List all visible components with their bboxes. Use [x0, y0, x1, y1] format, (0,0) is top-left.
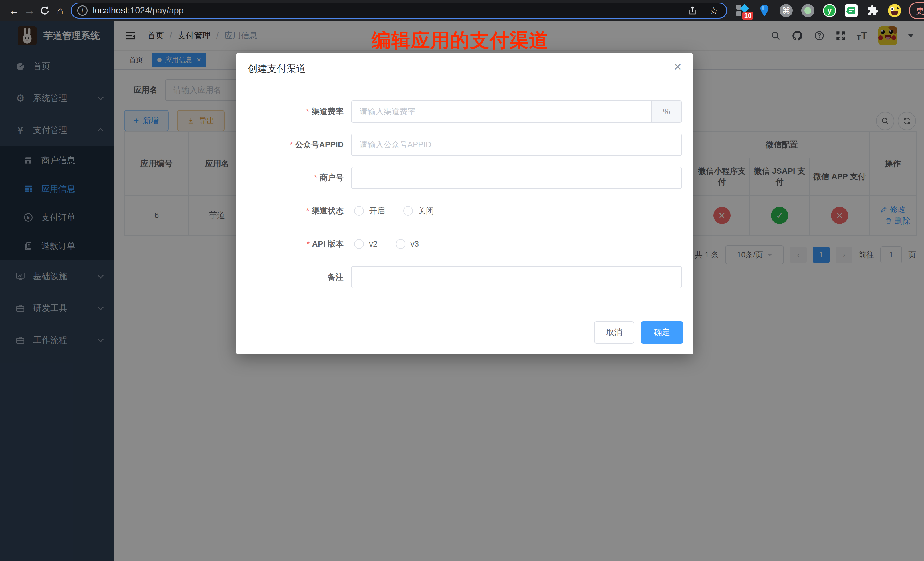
field-label: *公众号APPID: [236, 139, 344, 150]
url-path: :1024/pay/app: [128, 5, 184, 15]
url-bar[interactable]: i localhost:1024/pay/app ☆: [71, 3, 727, 18]
screen: ← → ⌂ i localhost:1024/pay/app ☆: [0, 0, 924, 561]
url-host: localhost: [93, 5, 128, 15]
radio-label: 开启: [369, 206, 385, 216]
annotation-text: 编辑应用的支付渠道: [372, 27, 549, 53]
dialog-title: 创建支付渠道: [248, 62, 306, 75]
browser-update-button[interactable]: 更新: [909, 2, 924, 19]
url-text: localhost:1024/pay/app: [93, 5, 184, 16]
remark-input[interactable]: [352, 267, 681, 288]
radio-status-open[interactable]: 开启: [354, 206, 385, 216]
puzzle-extension-icon[interactable]: [866, 3, 880, 18]
radio-icon: [354, 239, 364, 249]
chat-extension-icon[interactable]: [844, 3, 858, 18]
y-extension-icon[interactable]: y: [822, 3, 837, 18]
bookmark-star-icon[interactable]: ☆: [707, 5, 720, 16]
required-asterisk: *: [290, 140, 293, 149]
field-label: *渠道状态: [236, 206, 344, 216]
pin-extension-icon[interactable]: [758, 3, 772, 18]
form-row-appid: *公众号APPID: [236, 134, 693, 156]
field-label-text: 渠道状态: [312, 206, 344, 215]
radio-icon: [396, 239, 405, 249]
extension-badge: 10: [742, 12, 753, 20]
confirm-button[interactable]: 确定: [641, 321, 683, 344]
field-label: *商户号: [236, 172, 344, 183]
merchant-id-input[interactable]: [352, 167, 681, 188]
command-extension-icon[interactable]: ⌘: [779, 3, 793, 18]
appid-input[interactable]: [352, 134, 681, 155]
radio-label: v2: [369, 239, 378, 249]
field-label-text: 商户号: [320, 173, 344, 182]
required-asterisk: *: [307, 239, 310, 248]
dialog-close-icon[interactable]: ✕: [674, 61, 682, 73]
radio-api-v2[interactable]: v2: [354, 239, 378, 249]
required-asterisk: *: [314, 173, 317, 182]
emoji-extension-icon[interactable]: [888, 3, 902, 18]
forward-icon[interactable]: →: [22, 3, 37, 18]
fee-rate-input-group: %: [351, 100, 682, 123]
form-row-remark: 备注: [236, 266, 693, 288]
reload-icon[interactable]: [37, 3, 52, 18]
fee-rate-input[interactable]: [352, 101, 651, 122]
browser-chrome: ← → ⌂ i localhost:1024/pay/app ☆: [0, 0, 924, 21]
required-asterisk: *: [306, 206, 309, 215]
field-label: 备注: [236, 272, 344, 282]
radio-icon: [403, 206, 413, 216]
form-row-api-version: *API 版本 v2 v3: [236, 233, 693, 255]
field-label-text: API 版本: [312, 239, 344, 248]
field-label-text: 公众号APPID: [295, 140, 344, 149]
home-icon[interactable]: ⌂: [52, 3, 68, 18]
create-pay-channel-dialog: 创建支付渠道 ✕ *渠道费率 % *公众号APPID *商户号 *渠道状态 开启…: [236, 53, 693, 354]
form-row-merchant-id: *商户号: [236, 166, 693, 189]
channel-status-radio-group: 开启 关闭: [354, 206, 452, 216]
radio-icon: [354, 206, 364, 216]
api-version-radio-group: v2 v3: [354, 239, 437, 249]
browser-extensions: 10 ⌘ y: [736, 2, 924, 19]
tiles-extension-icon[interactable]: 10: [736, 3, 750, 18]
field-label: *渠道费率: [236, 106, 344, 117]
record-extension-icon[interactable]: [801, 3, 815, 18]
field-label: *API 版本: [236, 238, 344, 249]
required-asterisk: *: [306, 107, 309, 116]
form-row-fee-rate: *渠道费率 %: [236, 100, 693, 123]
form-row-channel-status: *渠道状态 开启 关闭: [236, 200, 693, 222]
site-info-icon[interactable]: i: [77, 5, 88, 16]
share-icon[interactable]: [688, 6, 702, 15]
percent-suffix: %: [651, 101, 681, 122]
field-label-text: 渠道费率: [312, 107, 344, 116]
field-label-text: 备注: [328, 273, 344, 281]
radio-status-closed[interactable]: 关闭: [403, 206, 434, 216]
radio-api-v3[interactable]: v3: [396, 239, 419, 249]
radio-label: 关闭: [418, 206, 434, 216]
radio-label: v3: [411, 239, 419, 249]
back-icon[interactable]: ←: [6, 3, 22, 18]
cancel-button[interactable]: 取消: [594, 321, 634, 344]
